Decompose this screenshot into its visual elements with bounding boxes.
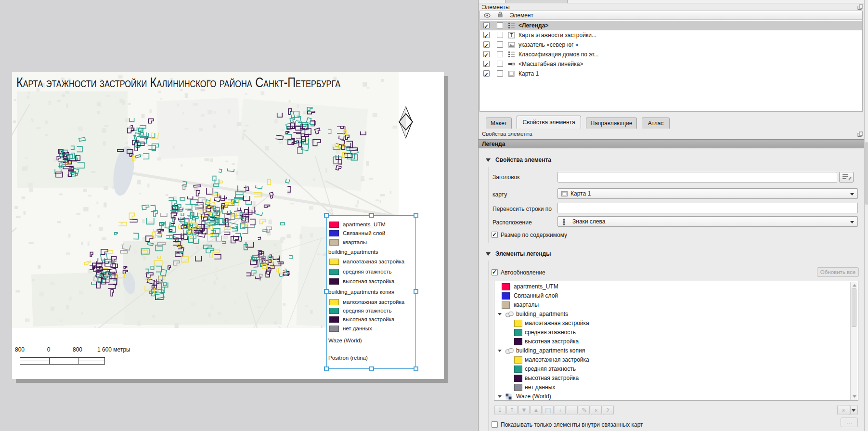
filter-by-map-checkbox[interactable] — [492, 421, 498, 428]
detach-panel-icon[interactable] — [857, 131, 863, 137]
wrap-field-label: Переносить строки по — [492, 206, 552, 212]
legend-items-list[interactable]: apartments_UTM Связанный слой кварталы b… — [494, 281, 858, 401]
legend-tree-row[interactable]: apartments_UTM — [494, 282, 848, 291]
layout-item-row[interactable]: Карта 1 — [480, 69, 862, 78]
visibility-eye-icon — [484, 13, 491, 18]
class-swatch — [514, 356, 522, 364]
visibility-checkbox[interactable] — [483, 70, 490, 77]
map-select[interactable]: Карта 1 — [557, 188, 858, 199]
scrollbar-thumb[interactable] — [865, 142, 868, 205]
expand-arrow-icon[interactable] — [498, 350, 502, 352]
update-all-button[interactable]: Обновить все — [817, 267, 859, 277]
lock-checkbox[interactable] — [497, 70, 503, 77]
selection-handle[interactable] — [324, 366, 329, 371]
scrollbar-thumb[interactable] — [852, 288, 856, 327]
layout-item-row[interactable]: Классификация домов по эт... — [480, 50, 862, 59]
legend-tree-group-row[interactable]: building_apartments — [494, 310, 848, 319]
map-title[interactable]: Карта этажности застройки Калининского р… — [16, 74, 340, 91]
scroll-down-icon[interactable] — [853, 395, 856, 398]
move-up-button[interactable]: ▲ — [531, 405, 542, 415]
lock-checkbox[interactable] — [497, 51, 503, 57]
sort-down-button[interactable]: ↧ — [494, 405, 505, 415]
legend-tree-group-row[interactable]: building_apartments копия — [494, 346, 848, 355]
legend-tree-row[interactable]: Связанный слой — [494, 291, 848, 300]
legend-swatch — [329, 299, 339, 305]
resize-to-contents-label: Размер по содержимому — [501, 232, 567, 238]
wrap-lines-input[interactable] — [557, 203, 858, 213]
filter-dropdown-button[interactable] — [850, 405, 858, 415]
visibility-checkbox[interactable] — [483, 51, 490, 57]
legend-tree-row[interactable]: кварталы — [494, 300, 848, 310]
filter-expression-button[interactable]: ε — [837, 405, 850, 415]
scalebar-label: 1 600 метры — [97, 346, 130, 353]
legend-tree-row[interactable]: средняя этажность — [494, 365, 848, 374]
lock-checkbox[interactable] — [497, 41, 503, 48]
layout-item-row[interactable]: T Карта этажности застройки... — [480, 30, 862, 40]
section-items-title[interactable]: Элементы легенды — [495, 250, 551, 257]
legend-tree-row[interactable]: высотная застройка — [494, 374, 848, 383]
more-options-button[interactable]: … — [841, 418, 858, 427]
tab-guides[interactable]: Направляющие — [586, 118, 637, 129]
paste-style-button[interactable]: ▤ — [543, 405, 554, 415]
arrangement-select[interactable]: Знаки слева — [557, 216, 858, 227]
legend-title-input[interactable] — [557, 172, 837, 183]
expand-arrow-icon[interactable] — [498, 395, 502, 398]
remove-item-button[interactable]: − — [567, 405, 578, 415]
class-swatch — [514, 338, 522, 345]
dock-tab[interactable] — [505, 0, 568, 3]
selection-handle[interactable] — [414, 289, 418, 294]
legend-tree-row[interactable]: высотная застройка — [494, 337, 848, 346]
lock-checkbox[interactable] — [497, 32, 503, 38]
sort-up-button[interactable]: ↥ — [506, 405, 518, 415]
selection-handle[interactable] — [414, 213, 418, 218]
visibility-checkbox[interactable] — [483, 32, 490, 38]
legend-element[interactable]: apartments_UTM Связанный слой кварталы b… — [326, 215, 416, 369]
list-scrollbar[interactable] — [850, 282, 857, 400]
data-defined-button[interactable] — [839, 172, 854, 183]
layout-canvas[interactable]: Карта этажности застройки Калининского р… — [0, 0, 478, 431]
legend-tree-raster-row[interactable]: Waze (World) — [494, 392, 848, 401]
legend-tree-row[interactable]: малоэтажная застройка — [494, 355, 848, 365]
visibility-checkbox[interactable] — [483, 61, 490, 67]
layout-item-row[interactable]: <Масштабная линейка> — [480, 59, 862, 69]
edit-item-button[interactable]: ✎ — [579, 405, 590, 415]
auto-update-checkbox[interactable] — [492, 269, 498, 275]
scale-bar[interactable]: 800 0 800 1 600 метры — [12, 344, 166, 368]
selection-handle[interactable] — [324, 289, 329, 294]
north-arrow[interactable] — [398, 106, 414, 139]
sum-button[interactable]: Σ — [603, 405, 614, 415]
visibility-checkbox[interactable] — [483, 22, 490, 28]
legend-tree-row[interactable]: нет данных — [494, 383, 848, 392]
tab-item-properties[interactable]: Свойства элемента — [517, 116, 581, 129]
scroll-up-icon[interactable] — [853, 284, 856, 287]
layout-item-row[interactable]: указатель «север-юг » — [480, 40, 862, 50]
panel-scrollbar[interactable] — [864, 0, 868, 431]
selection-handle[interactable] — [324, 213, 329, 218]
lock-checkbox[interactable] — [497, 22, 503, 28]
section-main-title[interactable]: Свойства элемента — [495, 157, 551, 163]
selection-handle[interactable] — [414, 366, 418, 371]
tab-atlas[interactable]: Атлас — [642, 118, 670, 129]
detach-panel-icon[interactable] — [857, 4, 863, 10]
layout-page[interactable]: Карта этажности застройки Калининского р… — [12, 72, 444, 379]
collapse-arrow-icon[interactable] — [486, 158, 491, 162]
expand-arrow-icon[interactable] — [498, 313, 502, 315]
lock-checkbox[interactable] — [497, 61, 503, 67]
class-swatch — [514, 384, 522, 391]
legend-tree-row[interactable]: средняя этажность — [494, 328, 848, 337]
collapse-arrow-icon[interactable] — [486, 252, 491, 256]
resize-to-contents-checkbox[interactable] — [492, 232, 498, 238]
layout-items-tree[interactable]: Элемент <Легенда> T Карта этажности заст… — [479, 11, 863, 112]
add-item-button[interactable]: + — [555, 405, 566, 415]
tab-layout[interactable]: Макет — [486, 118, 512, 129]
selection-handle[interactable] — [369, 366, 374, 371]
legend-tree-row[interactable]: малоэтажная застройка — [494, 319, 848, 328]
selection-handle[interactable] — [369, 213, 374, 218]
legend-swatch — [329, 316, 339, 323]
items-panel-title: Элементы — [482, 4, 510, 11]
visibility-checkbox[interactable] — [483, 41, 490, 48]
groupbox-frame — [488, 167, 489, 243]
expression-button[interactable]: ε — [591, 405, 602, 415]
layout-item-row[interactable]: <Легенда> — [480, 21, 862, 30]
move-down-button[interactable]: ▼ — [518, 405, 530, 415]
